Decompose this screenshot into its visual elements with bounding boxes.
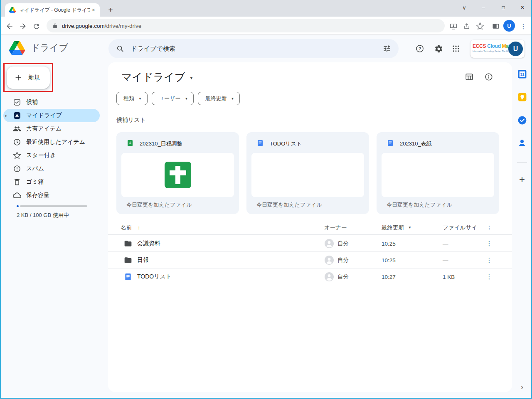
grid-view-toggle-icon[interactable] — [465, 72, 474, 81]
drive-search-bar[interactable]: ドライブで検索 — [108, 39, 399, 58]
file-name[interactable]: 日報 — [137, 252, 149, 268]
expand-arrow-icon[interactable]: ▸ — [3, 114, 11, 118]
recent-clock-icon — [13, 138, 21, 146]
account-badge-subtitle: Information Technology Center, The Unive… — [473, 50, 509, 52]
column-modified[interactable]: 最終更新 — [382, 224, 404, 232]
svg-text:31: 31 — [520, 72, 524, 76]
suggestions-label: 候補リスト — [116, 116, 146, 124]
lock-icon — [52, 23, 58, 29]
drive-app: ドライブ ドライブで検索 ? ECCS Cloud Mail Informati… — [0, 35, 532, 399]
owner-name: 自分 — [337, 256, 349, 264]
tab-title: マイドライブ - Google ドライブ — [19, 7, 90, 14]
window-minimize-button[interactable]: – — [475, 1, 492, 14]
filter-chip-type[interactable]: 種類 ▼ — [116, 92, 148, 105]
owner-name: 自分 — [337, 273, 349, 281]
page-title[interactable]: マイドライブ ▼ — [121, 70, 193, 84]
trash-icon — [13, 178, 21, 186]
window-maximize-button[interactable]: □ — [495, 1, 512, 14]
annotation-highlight-box — [3, 63, 53, 92]
table-row[interactable]: TODOリスト 自分 10:27 1 KB ⋮ — [108, 268, 512, 285]
sort-ascending-icon[interactable]: ↑ — [138, 224, 140, 231]
side-panel-icon[interactable] — [490, 21, 501, 32]
sidebar-item-suggestions[interactable]: 候補 — [3, 96, 100, 109]
filter-chip-modified[interactable]: 最終更新 ▼ — [198, 92, 240, 105]
row-menu-icon[interactable]: ⋮ — [484, 252, 494, 268]
share-icon[interactable] — [461, 21, 472, 32]
address-bar[interactable]: drive.google.com/drive/my-drive — [47, 19, 445, 32]
new-tab-button[interactable]: + — [105, 4, 116, 16]
browser-menu-icon[interactable]: ⋮ — [518, 21, 529, 32]
reload-button[interactable] — [31, 21, 42, 32]
storage-track — [20, 205, 87, 207]
install-icon[interactable] — [448, 21, 459, 32]
card-preview — [382, 153, 494, 197]
window-frame-left — [0, 0, 1, 399]
browser-window: マイドライブ - Google ドライブ × + ∨ – □ × drive.g… — [0, 0, 532, 399]
sidebar-item-storage[interactable]: 保存容量 — [3, 189, 100, 202]
folder-icon — [124, 235, 132, 252]
sidebar-item-shared[interactable]: 共有アイテム — [3, 122, 100, 135]
owner-avatar — [324, 255, 334, 265]
add-addon-icon[interactable]: + — [517, 174, 527, 185]
chevron-down-icon: ▼ — [231, 96, 234, 101]
filter-chip-user[interactable]: ユーザー ▼ — [152, 92, 194, 105]
sidebar-item-my-drive[interactable]: ▸ マイドライブ — [3, 109, 100, 122]
table-row[interactable]: 日報 自分 10:25 — ⋮ — [108, 252, 512, 268]
table-row[interactable]: 会議資料 自分 10:25 — ⋮ — [108, 235, 512, 252]
google-apps-grid-icon[interactable] — [451, 44, 461, 54]
owner-avatar — [324, 239, 334, 249]
title-caret-icon: ▼ — [190, 74, 194, 80]
column-name[interactable]: 名前 — [121, 224, 132, 232]
file-name[interactable]: TODOリスト — [137, 268, 172, 285]
settings-gear-icon[interactable] — [433, 44, 443, 54]
sort-descending-icon[interactable]: ▼ — [408, 226, 411, 229]
forward-button[interactable] — [17, 21, 28, 32]
folder-icon — [124, 252, 132, 268]
expand-panel-chevron-icon[interactable]: › — [517, 382, 527, 392]
modified-time: 10:25 — [382, 252, 396, 268]
owner-name: 自分 — [337, 240, 349, 247]
file-name[interactable]: 会議資料 — [137, 235, 160, 252]
main-content: マイドライブ ▼ 種類 ▼ ユーザー ▼ 最終更新 — [108, 62, 512, 392]
chevron-down-icon: ▼ — [138, 96, 142, 101]
tab-search-icon[interactable]: ∨ — [456, 1, 473, 14]
suggestion-card-cover[interactable]: 202310_表紙 今日変更を加えたファイル — [377, 132, 499, 214]
storage-progress-bar — [17, 205, 87, 207]
browser-profile-avatar[interactable]: U — [503, 20, 515, 32]
tasks-icon[interactable] — [517, 115, 527, 126]
docs-file-icon — [124, 268, 132, 285]
info-icon[interactable] — [484, 72, 493, 81]
row-menu-icon[interactable]: ⋮ — [484, 268, 494, 285]
cloud-icon — [13, 191, 21, 200]
card-preview — [251, 153, 364, 197]
keep-icon[interactable] — [517, 91, 527, 102]
column-owner[interactable]: オーナー — [324, 220, 347, 235]
file-size: — — [443, 235, 448, 252]
sidebar-item-starred[interactable]: スター付き — [3, 149, 100, 162]
calendar-icon[interactable]: 31 — [517, 69, 527, 79]
back-button[interactable] — [4, 21, 15, 32]
window-close-button[interactable]: × — [514, 1, 531, 14]
file-table-header: 名前 ↑ オーナー 最終更新 ▼ ファイルサイ ⋮ — [108, 220, 512, 235]
app-name: ドライブ — [31, 42, 68, 54]
suggestion-card-sheet[interactable]: 202310_日程調整 今日変更を加えたファイル — [116, 132, 239, 214]
svg-text:?: ? — [419, 47, 421, 51]
card-footer: 今日変更を加えたファイル — [256, 201, 322, 209]
sidebar-item-trash[interactable]: ゴミ箱 — [3, 175, 100, 189]
tab-close-icon[interactable]: × — [90, 7, 97, 13]
search-options-icon[interactable] — [383, 44, 391, 53]
suggestion-card-todo[interactable]: TODOリスト 今日変更を加えたファイル — [246, 132, 369, 214]
sidebar-item-spam[interactable]: スパム — [3, 162, 100, 175]
sidebar-item-recent[interactable]: 最近使用したアイテム — [3, 135, 100, 149]
row-menu-icon[interactable]: ⋮ — [484, 235, 494, 252]
sheets-preview-glyph — [165, 162, 191, 188]
column-size[interactable]: ファイルサイ — [443, 220, 477, 235]
header-menu-icon[interactable]: ⋮ — [484, 220, 494, 235]
file-size: 1 KB — [443, 268, 455, 285]
contacts-icon[interactable] — [517, 138, 527, 148]
browser-tab[interactable]: マイドライブ - Google ドライブ × — [5, 3, 100, 17]
storage-used-segment — [17, 205, 19, 207]
bookmark-star-icon[interactable] — [475, 21, 485, 32]
rail-divider — [517, 162, 527, 163]
help-icon[interactable]: ? — [415, 44, 425, 54]
